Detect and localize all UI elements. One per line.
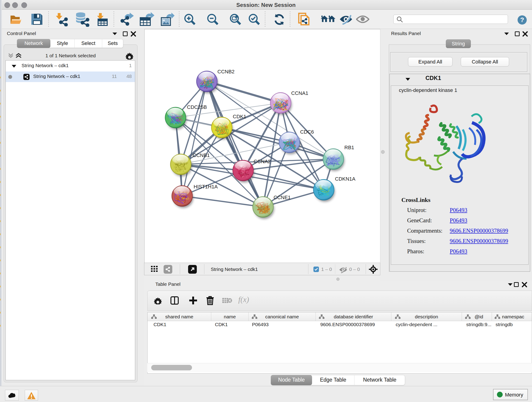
svg-text:?: ? <box>520 16 524 23</box>
svg-text:HIST1H1A: HIST1H1A <box>194 184 218 190</box>
svg-text:CDK1: CDK1 <box>233 114 246 119</box>
svg-text:CCNE1: CCNE1 <box>273 195 291 200</box>
svg-text:CDKN1A: CDKN1A <box>335 176 355 182</box>
svg-text:CDC6: CDC6 <box>300 129 314 135</box>
svg-text:CCNA2: CCNA2 <box>254 159 271 164</box>
svg-text:RB1: RB1 <box>344 145 354 150</box>
svg-text:CCNA1: CCNA1 <box>291 90 308 96</box>
svg-text:CDC25B: CDC25B <box>187 104 207 110</box>
svg-text:CCNB1: CCNB1 <box>193 153 210 158</box>
svg-text:CCNB2: CCNB2 <box>217 69 234 75</box>
